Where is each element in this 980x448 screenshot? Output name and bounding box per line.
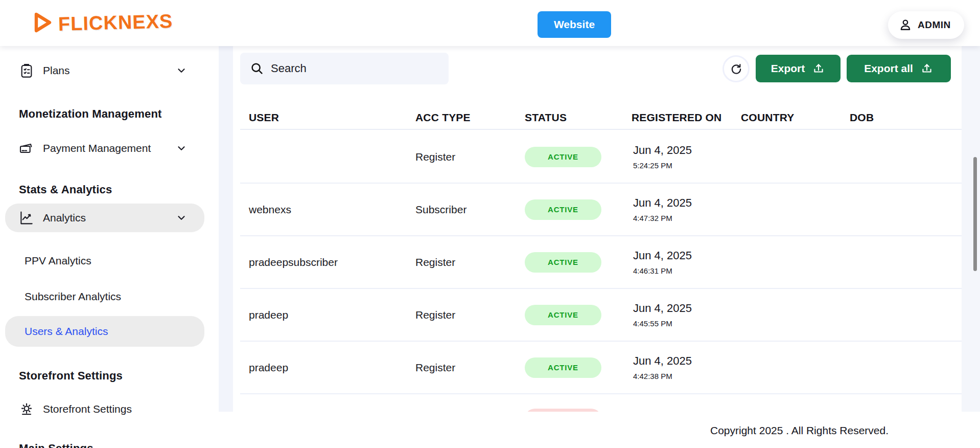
- sidebar-item-analytics[interactable]: Analytics: [5, 204, 204, 232]
- cell-status: [525, 409, 632, 412]
- registered-time: 4:45:55 PM: [633, 319, 741, 328]
- sidebar-item-label: Plans: [43, 64, 70, 77]
- brand-logo[interactable]: FLICKNEXS: [30, 9, 173, 36]
- chevron-down-icon: [176, 65, 187, 76]
- col-user: USER: [249, 111, 415, 124]
- user-icon: [898, 18, 913, 32]
- cell-acc-type: Register: [415, 309, 525, 321]
- export-all-button[interactable]: Export all: [847, 55, 951, 82]
- status-badge: ACTIVE: [525, 305, 601, 325]
- table-body: Register ACTIVE Jun 4, 2025 5:24:25 PM w…: [240, 131, 962, 412]
- sidebar-item-payment-management[interactable]: Payment Management: [5, 134, 204, 163]
- cell-acc-type: Subscriber: [415, 204, 525, 216]
- cell-registered-on: Jun 4, 2025: [632, 412, 741, 412]
- table-row: pradeep Register ACTIVE Jun 4, 2025 4:45…: [240, 289, 962, 342]
- cell-user: pradeepsubscriber: [249, 256, 415, 268]
- status-badge: [525, 409, 601, 412]
- sidebar-item-label: Storefront Settings: [43, 403, 132, 415]
- search-input[interactable]: [271, 62, 439, 75]
- cell-acc-type: Register: [415, 362, 525, 374]
- registered-date: Jun 4, 2025: [633, 249, 741, 262]
- users-analytics-page: Plans Monetization Management Payment Ma…: [0, 0, 980, 448]
- sidebar-item-ppv-analytics[interactable]: PPV Analytics: [5, 250, 204, 272]
- section-heading-monetization: Monetization Management: [19, 107, 162, 121]
- cell-registered-on: Jun 4, 2025 4:42:38 PM: [632, 354, 741, 380]
- export-all-button-label: Export all: [864, 62, 913, 75]
- sidebar-item-plans[interactable]: Plans: [5, 56, 204, 85]
- section-heading-main-settings: Main Settings: [19, 442, 94, 448]
- admin-label: ADMIN: [918, 19, 951, 31]
- col-dob: DOB: [850, 111, 962, 124]
- gear-icon: [18, 401, 35, 417]
- sidebar-item-storefront-settings[interactable]: Storefront Settings: [5, 396, 204, 422]
- registered-date: Jun 4, 2025: [633, 302, 741, 315]
- sidebar-item-label: Subscriber Analytics: [25, 290, 121, 303]
- registered-time: 4:47:32 PM: [633, 214, 741, 222]
- cell-user: pradeep: [249, 309, 415, 321]
- sidebar-item-label: Analytics: [43, 212, 86, 224]
- registered-date: Jun 4, 2025: [633, 354, 741, 368]
- cell-status: ACTIVE: [525, 147, 632, 167]
- cell-status: ACTIVE: [525, 199, 632, 220]
- col-country: COUNTRY: [741, 111, 850, 124]
- refresh-icon: [730, 62, 743, 76]
- website-button[interactable]: Website: [538, 11, 611, 38]
- cell-acc-type: Register: [415, 151, 525, 163]
- scrollbar-thumb[interactable]: [973, 157, 977, 271]
- section-heading-storefront: Storefront Settings: [19, 369, 123, 383]
- col-registered-on: REGISTERED ON: [632, 111, 741, 124]
- cell-status: ACTIVE: [525, 305, 632, 325]
- status-badge: ACTIVE: [525, 252, 601, 273]
- registered-date: Jun 4, 2025: [633, 196, 741, 210]
- clipboard-icon: [18, 62, 35, 79]
- cell-registered-on: Jun 4, 2025 4:47:32 PM: [632, 196, 741, 222]
- col-acc-type: ACC TYPE: [415, 111, 525, 124]
- col-status: STATUS: [525, 111, 632, 124]
- table-row: webnexs Subscriber ACTIVE Jun 4, 2025 4:…: [240, 184, 962, 236]
- status-badge: ACTIVE: [525, 147, 601, 167]
- credit-card-icon: [18, 140, 35, 156]
- cell-registered-on: Jun 4, 2025 4:45:55 PM: [632, 302, 741, 328]
- cell-acc-type: Register: [415, 256, 525, 268]
- scrollbar-track: [962, 46, 980, 412]
- top-bar: FLICKNEXS Website ADMIN: [0, 0, 980, 46]
- table-row: Register ACTIVE Jun 4, 2025 5:24:25 PM: [240, 131, 962, 184]
- cell-registered-on: Jun 4, 2025 4:46:31 PM: [632, 249, 741, 275]
- cell-registered-on: Jun 4, 2025 5:24:25 PM: [632, 144, 741, 170]
- brand-name: FLICKNEXS: [58, 10, 173, 35]
- chevron-down-icon: [176, 143, 187, 154]
- cell-user: pradeep: [249, 362, 415, 374]
- sidebar-item-users-analytics[interactable]: Users & Analytics: [5, 316, 204, 347]
- admin-menu-button[interactable]: ADMIN: [888, 11, 964, 39]
- refresh-button[interactable]: [722, 55, 750, 82]
- play-icon: [30, 9, 54, 36]
- cell-status: ACTIVE: [525, 252, 632, 273]
- sidebar-item-label: Payment Management: [43, 142, 151, 154]
- cell-user: webnexs: [249, 204, 415, 216]
- sidebar-item-label: PPV Analytics: [25, 255, 91, 267]
- copyright-text: Copyright 2025 . All Rights Reserved.: [710, 424, 889, 437]
- registered-date: Jun 4, 2025: [633, 144, 741, 157]
- cell-status: ACTIVE: [525, 357, 632, 378]
- export-button[interactable]: Export: [756, 55, 841, 82]
- registered-date: Jun 4, 2025: [633, 412, 741, 412]
- sidebar-item-label: Users & Analytics: [25, 325, 108, 338]
- section-heading-stats: Stats & Analytics: [19, 183, 112, 196]
- table-row: pradeepsubscriber Register ACTIVE Jun 4,…: [240, 236, 962, 289]
- registered-time: 4:42:38 PM: [633, 372, 741, 380]
- table-row: pradeep Register ACTIVE Jun 4, 2025 4:42…: [240, 342, 962, 394]
- chevron-down-icon: [176, 212, 187, 223]
- registered-time: 5:24:25 PM: [633, 161, 741, 170]
- registered-time: 4:46:31 PM: [633, 266, 741, 275]
- sidebar-gutter: [219, 46, 233, 412]
- sidebar: Plans Monetization Management Payment Ma…: [0, 46, 217, 448]
- status-badge: ACTIVE: [525, 199, 601, 220]
- search-box: [240, 53, 449, 84]
- upload-icon: [812, 62, 825, 75]
- sidebar-item-subscriber-analytics[interactable]: Subscriber Analytics: [5, 285, 204, 308]
- table-row: Jun 4, 2025: [240, 394, 962, 412]
- status-badge: ACTIVE: [525, 357, 601, 378]
- line-chart-icon: [18, 210, 35, 226]
- search-icon: [249, 61, 265, 76]
- upload-icon: [920, 62, 934, 75]
